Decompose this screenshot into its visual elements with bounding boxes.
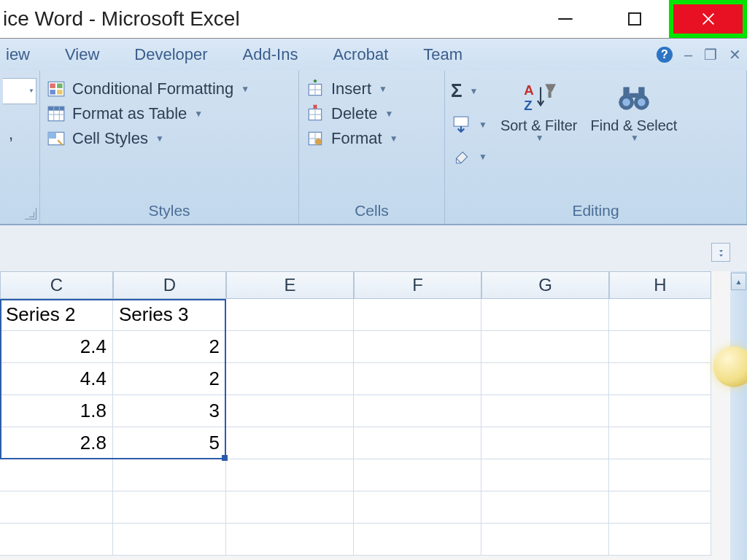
cell[interactable] xyxy=(226,363,354,395)
cell[interactable] xyxy=(0,491,113,524)
tab-team[interactable]: Team xyxy=(423,45,462,64)
format-button[interactable]: Format ▼ xyxy=(305,129,438,148)
row: 2.42 xyxy=(0,331,730,363)
cell[interactable] xyxy=(226,395,354,427)
maximize-button[interactable] xyxy=(600,0,669,38)
group-label-editing: Editing xyxy=(451,199,740,219)
delete-button[interactable]: Delete ▼ xyxy=(305,104,438,123)
tab-review-partial[interactable]: iew xyxy=(6,45,30,64)
cell[interactable] xyxy=(609,363,711,395)
insert-button[interactable]: Insert ▼ xyxy=(305,79,438,98)
help-button[interactable]: ? xyxy=(657,47,673,63)
find-select-button[interactable]: Find & Select ▼ xyxy=(590,79,677,143)
cell[interactable] xyxy=(226,331,354,363)
cell[interactable] xyxy=(0,459,113,491)
ribbon-group-editing: Σ ▼ ▼ ▼ AZ xyxy=(445,71,747,224)
autosum-button[interactable]: Σ ▼ xyxy=(451,79,487,102)
cell[interactable] xyxy=(0,524,113,556)
cell[interactable]: 2 xyxy=(113,363,226,395)
vertical-scrollbar[interactable]: ▲ xyxy=(730,271,747,560)
cell[interactable] xyxy=(481,331,609,363)
cell[interactable] xyxy=(226,459,354,491)
cell-styles-button[interactable]: Cell Styles ▼ xyxy=(46,129,293,148)
fill-button[interactable]: ▼ xyxy=(451,115,487,134)
cell[interactable] xyxy=(354,331,481,363)
row xyxy=(0,524,730,556)
svg-rect-4 xyxy=(50,83,55,88)
close-button[interactable] xyxy=(673,4,743,34)
minimize-button[interactable] xyxy=(530,0,600,38)
tab-acrobat[interactable]: Acrobat xyxy=(333,45,388,64)
cell[interactable] xyxy=(609,395,711,427)
mdi-minimize-button[interactable]: – xyxy=(684,47,692,63)
cell[interactable]: 2.4 xyxy=(0,331,113,363)
close-highlight xyxy=(669,0,747,38)
cell[interactable] xyxy=(609,524,711,556)
cell[interactable] xyxy=(481,395,609,427)
cell[interactable] xyxy=(481,427,609,459)
conditional-formatting-button[interactable]: Conditional Formatting ▼ xyxy=(46,79,293,98)
cell[interactable] xyxy=(481,524,609,556)
cell[interactable] xyxy=(354,427,481,459)
expand-formula-bar-button[interactable] xyxy=(711,243,730,262)
cell[interactable]: 1.8 xyxy=(0,395,113,427)
column-header-E[interactable]: E xyxy=(226,271,354,299)
cell[interactable] xyxy=(226,299,354,331)
row xyxy=(0,491,730,524)
cell[interactable] xyxy=(354,363,481,395)
column-header-H[interactable]: H xyxy=(609,271,711,299)
mdi-restore-button[interactable]: ❐ xyxy=(704,46,717,63)
cell[interactable] xyxy=(609,427,711,459)
cell[interactable]: Series 2 xyxy=(0,299,113,331)
cell[interactable]: 2 xyxy=(113,331,226,363)
cell[interactable]: Series 3 xyxy=(113,299,226,331)
cell[interactable] xyxy=(609,491,711,524)
cell[interactable] xyxy=(226,491,354,524)
comma-style-button[interactable]: , xyxy=(3,125,36,144)
cell[interactable] xyxy=(354,299,481,331)
cell[interactable]: 4.4 xyxy=(0,363,113,395)
cell[interactable] xyxy=(481,459,609,491)
cell[interactable] xyxy=(481,299,609,331)
cell[interactable] xyxy=(354,459,481,491)
mdi-controls: ? – ❐ ✕ xyxy=(657,46,741,63)
cell[interactable] xyxy=(609,459,711,491)
cell[interactable] xyxy=(354,395,481,427)
cell[interactable] xyxy=(481,363,609,395)
grid[interactable]: CDEFGH Series 2Series 32.424.421.832.85 xyxy=(0,271,730,560)
clear-button[interactable]: ▼ xyxy=(451,147,487,166)
format-as-table-icon xyxy=(46,104,66,123)
cell[interactable]: 5 xyxy=(113,427,226,459)
tab-developer[interactable]: Developer xyxy=(134,45,207,64)
cell[interactable] xyxy=(226,427,354,459)
cell[interactable] xyxy=(609,299,711,331)
column-header-C[interactable]: C xyxy=(0,271,113,299)
cell[interactable] xyxy=(226,524,354,556)
cell[interactable] xyxy=(609,331,711,363)
cell[interactable]: 2.8 xyxy=(0,427,113,459)
column-header-G[interactable]: G xyxy=(481,271,609,299)
cell[interactable] xyxy=(354,524,481,556)
column-header-D[interactable]: D xyxy=(113,271,226,299)
column-header-F[interactable]: F xyxy=(354,271,481,299)
chevron-down-icon: ▼ xyxy=(385,109,394,119)
chevron-down-icon: ▼ xyxy=(155,133,164,144)
sort-filter-button[interactable]: AZ Sort & Filter ▼ xyxy=(500,79,578,143)
chevron-down-icon: ▼ xyxy=(470,86,479,96)
cell[interactable] xyxy=(113,524,226,556)
cell[interactable] xyxy=(481,491,609,524)
number-format-dropdown-partial[interactable] xyxy=(3,78,36,104)
tab-add-ins[interactable]: Add-Ins xyxy=(243,45,298,64)
svg-text:A: A xyxy=(524,82,534,98)
scroll-up-button[interactable]: ▲ xyxy=(731,273,746,290)
cell[interactable] xyxy=(113,491,226,524)
cell[interactable]: 3 xyxy=(113,395,226,427)
format-cells-icon xyxy=(305,129,325,148)
mdi-close-button[interactable]: ✕ xyxy=(729,46,741,63)
cell[interactable] xyxy=(113,459,226,491)
format-as-table-button[interactable]: Format as Table ▼ xyxy=(46,104,293,123)
group-launcher[interactable] xyxy=(3,205,36,219)
group-label-cells: Cells xyxy=(305,199,438,219)
cell[interactable] xyxy=(354,491,481,524)
tab-view[interactable]: View xyxy=(65,45,99,64)
